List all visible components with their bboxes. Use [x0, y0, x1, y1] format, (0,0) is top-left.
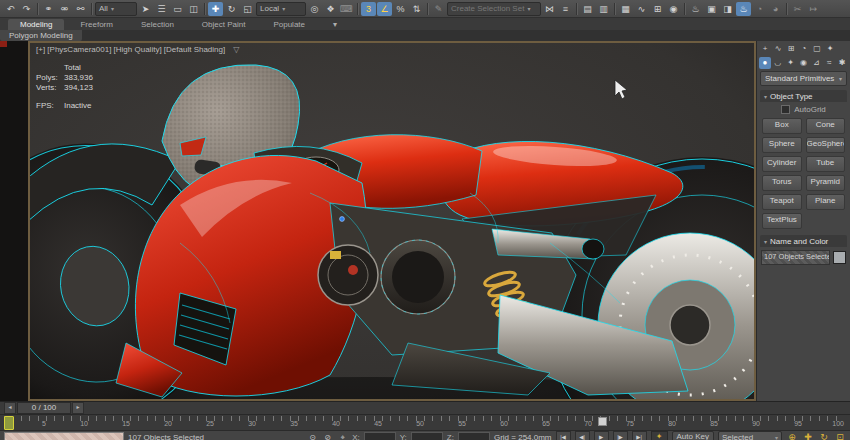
cameras-icon[interactable]: ◉	[798, 57, 810, 69]
name-color-rollout-header[interactable]: ▾ Name and Color	[760, 235, 847, 247]
textplus-button[interactable]: TextPlus	[762, 213, 802, 229]
render-flags-icon[interactable]: ◨	[720, 2, 735, 16]
rendered-frame-window-icon[interactable]: ▣	[704, 2, 719, 16]
select-and-link-icon[interactable]: ⚭	[41, 2, 56, 16]
next-frame-button[interactable]: ▸	[72, 402, 84, 414]
tab-motion-icon[interactable]: ◔	[798, 43, 810, 55]
cloud-render-icon[interactable]: ◕	[768, 2, 783, 16]
absolute-offset-icon[interactable]: ⌖	[337, 432, 348, 440]
scene-explorer-icon[interactable]: ▤	[580, 2, 595, 16]
select-and-scale-icon[interactable]: ◱	[240, 2, 255, 16]
go-to-end-button[interactable]: ▶|	[632, 431, 647, 440]
time-slider-handle[interactable]	[4, 416, 14, 430]
plane-button[interactable]: Plane	[806, 194, 846, 210]
snaps-toggle-3d-icon[interactable]: 3	[361, 2, 376, 16]
auto-key-button[interactable]: Auto Key	[672, 431, 714, 440]
select-and-move-icon[interactable]: ✚	[208, 2, 223, 16]
zoom-icon[interactable]: ⊕	[786, 432, 798, 440]
sphere-button[interactable]: Sphere	[762, 137, 802, 153]
pyramid-button[interactable]: Pyramid	[806, 175, 846, 191]
unlink-selection-icon[interactable]: ⚮	[57, 2, 72, 16]
object-color-swatch[interactable]	[833, 251, 846, 264]
space-warps-icon[interactable]: ≈	[823, 57, 835, 69]
mirror-icon[interactable]: ⋈	[542, 2, 557, 16]
bind-to-space-warp-icon[interactable]: ⚯	[73, 2, 88, 16]
viewport[interactable]: [+] [PhysCamera001] [High Quality] [Defa…	[28, 41, 756, 401]
material-editor-icon[interactable]: ◉	[666, 2, 681, 16]
tab-populate[interactable]: Populate	[261, 19, 317, 30]
y-coordinate-field[interactable]	[411, 432, 443, 440]
primitive-category-dropdown[interactable]: Standard Primitives ▾	[760, 71, 847, 86]
ribbon-toggle-icon[interactable]: ▦	[618, 2, 633, 16]
track-bar[interactable]: 510 1520 2530 3540 4550 5560 6570 7580 8…	[0, 414, 850, 430]
schematic-view-icon[interactable]: ⊞	[650, 2, 665, 16]
maximize-viewport-icon[interactable]: ⊡	[834, 432, 846, 440]
scissors-icon[interactable]: ✂	[790, 2, 805, 16]
selection-lock-icon[interactable]: ⊘	[322, 432, 333, 440]
named-selection-set-dropdown[interactable]: Create Selection Set▾	[447, 2, 541, 16]
reference-coordinate-dropdown[interactable]: Local▾	[256, 2, 306, 16]
tab-freeform[interactable]: Freeform	[68, 19, 124, 30]
window-crossing-icon[interactable]: ◫	[186, 2, 201, 16]
set-key-button[interactable]: ✦	[651, 431, 668, 440]
polygon-modeling-panel-tab[interactable]: Polygon Modeling	[0, 30, 82, 41]
curve-editor-icon[interactable]: ∿	[634, 2, 649, 16]
previous-key-button[interactable]: ◀|	[575, 431, 590, 440]
redo-icon[interactable]: ↷	[19, 2, 34, 16]
tab-utilities-icon[interactable]: ✦	[824, 43, 836, 55]
spinner-snap-icon[interactable]: ⇅	[409, 2, 424, 16]
go-to-start-button[interactable]: |◀	[556, 431, 571, 440]
autogrid-checkbox[interactable]	[781, 105, 790, 114]
layer-explorer-icon[interactable]: ▥	[596, 2, 611, 16]
rectangular-selection-region-icon[interactable]: ▭	[170, 2, 185, 16]
tab-modeling[interactable]: Modeling	[8, 19, 64, 30]
viewport-label[interactable]: [+] [PhysCamera001] [High Quality] [Defa…	[36, 45, 239, 54]
z-coordinate-field[interactable]	[458, 432, 490, 440]
systems-icon[interactable]: ✱	[836, 57, 848, 69]
tab-modify-icon[interactable]: ∿	[772, 43, 784, 55]
select-and-manipulate-icon[interactable]: ❖	[323, 2, 338, 16]
tab-create-icon[interactable]: +	[759, 43, 771, 55]
box-button[interactable]: Box	[762, 118, 802, 134]
play-button[interactable]: ▶	[594, 431, 609, 440]
angle-snap-icon[interactable]: ∠	[377, 2, 392, 16]
torus-button[interactable]: Torus	[762, 175, 802, 191]
isolate-selection-icon[interactable]: ⊙	[307, 432, 318, 440]
cylinder-button[interactable]: Cylinder	[762, 156, 802, 172]
lights-icon[interactable]: ✦	[785, 57, 797, 69]
object-type-rollout-header[interactable]: ▾ Object Type	[760, 90, 847, 102]
pan-icon[interactable]: ✚	[802, 432, 814, 440]
placement-tool-icon[interactable]: ↦	[806, 2, 821, 16]
geosphere-button[interactable]: GeoSphere	[806, 137, 846, 153]
tube-button[interactable]: Tube	[806, 156, 846, 172]
edit-named-selection-sets-icon[interactable]: ✎	[431, 2, 446, 16]
x-coordinate-field[interactable]	[364, 432, 396, 440]
object-name-field[interactable]: 107 Objects Selected	[761, 250, 830, 265]
previous-frame-button[interactable]: ◂	[4, 402, 16, 414]
orbit-icon[interactable]: ↻	[818, 432, 830, 440]
selection-filter-dropdown[interactable]: All▾	[95, 2, 137, 16]
use-pivot-center-icon[interactable]: ◎	[307, 2, 322, 16]
select-and-rotate-icon[interactable]: ↻	[224, 2, 239, 16]
ribbon-more-icon[interactable]: ▾	[321, 19, 349, 30]
keyframe-marker[interactable]	[598, 417, 607, 426]
select-object-icon[interactable]: ➤	[138, 2, 153, 16]
select-by-name-icon[interactable]: ☰	[154, 2, 169, 16]
keyboard-override-icon[interactable]: ⌨	[339, 2, 354, 16]
helpers-icon[interactable]: ⊿	[810, 57, 822, 69]
geometry-icon[interactable]: ●	[759, 57, 771, 69]
frame-display[interactable]: 0 / 100	[17, 402, 71, 414]
tab-hierarchy-icon[interactable]: ⊞	[785, 43, 797, 55]
viewport-menu-icon[interactable]: ▽	[233, 45, 239, 54]
percent-snap-icon[interactable]: %	[393, 2, 408, 16]
tab-display-icon[interactable]: ▢	[811, 43, 823, 55]
cone-button[interactable]: Cone	[806, 118, 846, 134]
shapes-icon[interactable]: ◡	[772, 57, 784, 69]
tab-selection[interactable]: Selection	[129, 19, 186, 30]
teapot-button[interactable]: Teapot	[762, 194, 802, 210]
render-setup-icon[interactable]: ♨	[688, 2, 703, 16]
maxscript-mini-listener[interactable]	[4, 432, 124, 440]
align-icon[interactable]: ≡	[558, 2, 573, 16]
key-filter-dropdown[interactable]: Selected ▾	[718, 431, 782, 440]
render-iterative-icon[interactable]: ◔	[752, 2, 767, 16]
